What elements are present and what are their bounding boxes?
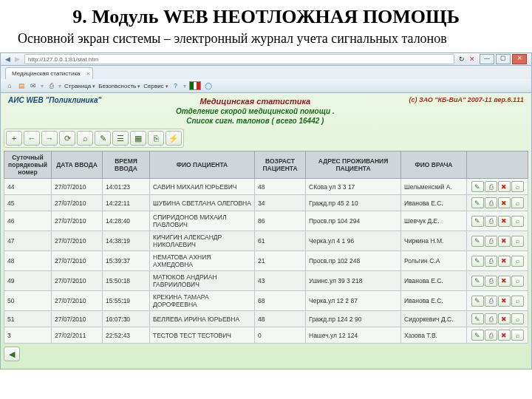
table-row[interactable]: 4727/07/201014:38:19КИЧИГИН АЛЕКСАНДР НИ… <box>4 231 528 251</box>
page-title-3: Список сигн. талонов ( всего 16442 ) <box>101 116 409 126</box>
addon-icon[interactable]: ◯ <box>204 81 213 90</box>
cell-address: Ушинс.ул 39 3 218 <box>306 271 401 291</box>
cell-address: Черка.ул 4 1 96 <box>306 231 401 251</box>
cell-time: 22:52:43 <box>103 327 150 344</box>
slide-subtitle: Основной экран системы – электронный жур… <box>0 28 532 52</box>
row-edit-button[interactable]: ✎ <box>471 256 484 267</box>
home-icon[interactable]: ⌂ <box>5 81 14 90</box>
row-view-button[interactable]: ⌕ <box>511 296 524 307</box>
col-number[interactable]: Суточный порядковый номер <box>4 151 52 179</box>
cell-date: 27/07/2010 <box>52 231 103 251</box>
action-list-button[interactable]: ☰ <box>112 131 129 146</box>
tab-close-icon[interactable]: × <box>86 70 90 77</box>
row-delete-button[interactable]: ✖ <box>498 313 511 324</box>
menu-page[interactable]: Страница <box>64 83 95 89</box>
row-edit-button[interactable]: ✎ <box>471 330 484 341</box>
row-print-button[interactable]: ⎙ <box>485 330 497 341</box>
cell-actions: ✎⎙✖⌕ <box>467 231 528 251</box>
action-refresh-button[interactable]: ⟳ <box>59 131 75 146</box>
row-edit-button[interactable]: ✎ <box>471 276 484 287</box>
window-minimize-button[interactable]: — <box>480 54 494 64</box>
row-view-button[interactable]: ⌕ <box>511 330 524 341</box>
col-age[interactable]: ВОЗРАСТ ПАЦИЕНТА <box>255 151 306 179</box>
action-run-button[interactable]: ⚡ <box>166 131 182 146</box>
table-row[interactable]: 4627/07/201014:28:40СПИРИДОНОВ МИХАИЛ ПА… <box>4 211 528 231</box>
signals-table: Суточный порядковый номер ДАТА ВВОДА ВРЕ… <box>4 151 528 344</box>
row-view-button[interactable]: ⌕ <box>511 256 524 267</box>
col-address[interactable]: АДРЕС ПРОЖИВАНИЯ ПАЦИЕНТА <box>306 151 401 179</box>
col-patient[interactable]: ФИО ПАЦИЕНТА <box>150 151 255 179</box>
cell-age: 0 <box>255 327 306 344</box>
row-edit-button[interactable]: ✎ <box>471 181 484 192</box>
menu-service[interactable]: Сервис <box>143 83 168 89</box>
col-time[interactable]: ВРЕМЯ ВВОДА <box>103 151 150 179</box>
row-delete-button[interactable]: ✖ <box>498 330 511 341</box>
feeds-icon[interactable]: ▤ <box>17 81 26 90</box>
action-export-button[interactable]: ⎘ <box>148 131 164 146</box>
action-search-button[interactable]: ⌕ <box>77 131 93 146</box>
row-print-button[interactable]: ⎙ <box>485 197 497 208</box>
nav-fwd-icon[interactable]: ▶ <box>15 55 20 63</box>
row-view-button[interactable]: ⌕ <box>511 216 524 227</box>
row-print-button[interactable]: ⎙ <box>485 296 497 307</box>
row-delete-button[interactable]: ✖ <box>498 256 511 267</box>
nav-back-icon[interactable]: ◀ <box>5 55 10 63</box>
cell-address: СКова ул 3 3 17 <box>306 179 401 195</box>
cell-patient: ТЕСТОВ ТЕСТ ТЕСТОВИЧ <box>150 327 255 344</box>
menu-security[interactable]: Безопасность <box>98 83 140 89</box>
flag-icon[interactable] <box>189 81 201 90</box>
table-row[interactable]: 5127/07/201016:07:30БЕЛЯЕВА ИРИНА ЮРЬЕВН… <box>4 311 528 327</box>
window-maximize-button[interactable]: ▢ <box>496 54 511 64</box>
edit-record-bar[interactable]: ◀ <box>4 347 528 361</box>
row-edit-button[interactable]: ✎ <box>471 216 484 227</box>
row-print-button[interactable]: ⎙ <box>485 181 497 192</box>
action-next-button[interactable]: → <box>41 131 58 146</box>
row-delete-button[interactable]: ✖ <box>498 197 511 208</box>
table-row[interactable]: 4427/07/201014:01:23САВИН МИХАИЛ ЮРЬЕВИЧ… <box>4 179 528 195</box>
print-icon[interactable]: ⎙ <box>47 81 55 90</box>
window-close-button[interactable]: ✕ <box>512 54 527 64</box>
row-print-button[interactable]: ⎙ <box>485 313 497 324</box>
col-doctor[interactable]: ФИО ВРАЧА <box>401 151 467 179</box>
table-row[interactable]: 4827/07/201015:39:37НЕМАТОВА АХНИЯ АХМЕД… <box>4 251 528 271</box>
action-add-button[interactable]: + <box>6 131 22 146</box>
row-delete-button[interactable]: ✖ <box>498 216 511 227</box>
mail-icon[interactable]: ✉ <box>29 81 38 90</box>
col-actions <box>467 151 528 179</box>
edit-prev-icon[interactable]: ◀ <box>4 347 20 361</box>
row-edit-button[interactable]: ✎ <box>471 236 484 247</box>
cell-age: 61 <box>255 231 306 251</box>
url-input[interactable]: http://127.0.0.1:81/stat.htm <box>24 54 454 64</box>
col-date[interactable]: ДАТА ВВОДА <box>52 151 103 179</box>
row-edit-button[interactable]: ✎ <box>471 197 484 208</box>
row-edit-button[interactable]: ✎ <box>471 296 484 307</box>
row-view-button[interactable]: ⌕ <box>511 276 524 287</box>
action-grid-button[interactable]: ▦ <box>130 131 146 146</box>
cell-date: 27/07/2010 <box>52 271 103 291</box>
row-view-button[interactable]: ⌕ <box>511 181 524 192</box>
row-delete-button[interactable]: ✖ <box>498 276 511 287</box>
cell-number: 46 <box>4 211 52 231</box>
row-delete-button[interactable]: ✖ <box>498 181 511 192</box>
row-delete-button[interactable]: ✖ <box>498 296 511 307</box>
row-print-button[interactable]: ⎙ <box>485 216 497 227</box>
row-edit-button[interactable]: ✎ <box>471 313 484 324</box>
table-row[interactable]: 4927/07/201015:50:18МАТЮКОВ АНДРИАН ГАВР… <box>4 271 528 291</box>
help-icon[interactable]: ? <box>171 81 180 90</box>
table-row[interactable]: 4527/07/201014:22:11ШУБИНА СВЕТЛАНА ОЛЕГ… <box>4 195 528 211</box>
row-view-button[interactable]: ⌕ <box>511 197 524 208</box>
cell-age: 21 <box>255 251 306 271</box>
action-edit-button[interactable]: ✎ <box>95 131 111 146</box>
row-print-button[interactable]: ⎙ <box>485 276 497 287</box>
browser-tab[interactable]: Медицинская статистика × <box>5 67 93 79</box>
row-delete-button[interactable]: ✖ <box>498 236 511 247</box>
row-print-button[interactable]: ⎙ <box>485 256 497 267</box>
table-row[interactable]: 327/02/201122:52:43ТЕСТОВ ТЕСТ ТЕСТОВИЧ0… <box>4 327 528 344</box>
refresh-icon[interactable]: ↻ <box>459 55 465 63</box>
table-row[interactable]: 5027/07/201015:55:19КРЕКИНА ТАМАРА ДОРОФ… <box>4 291 528 311</box>
row-print-button[interactable]: ⎙ <box>485 236 497 247</box>
action-prev-button[interactable]: ← <box>24 131 40 146</box>
stop-icon[interactable]: ✕ <box>469 55 475 63</box>
row-view-button[interactable]: ⌕ <box>511 313 524 324</box>
row-view-button[interactable]: ⌕ <box>511 236 524 247</box>
